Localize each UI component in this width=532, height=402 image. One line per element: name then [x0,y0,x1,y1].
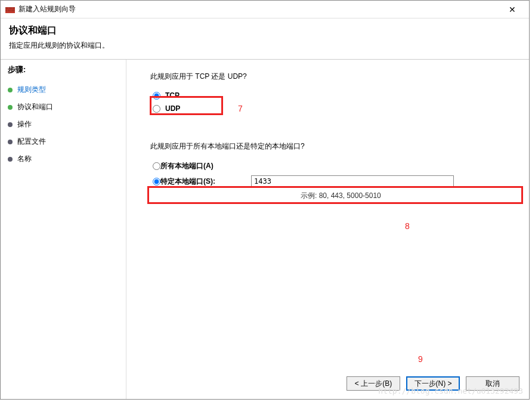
back-button[interactable]: < 上一步(B) [347,376,400,391]
port-question: 此规则应用于所有本地端口还是特定的本地端口? [150,141,511,151]
step-label: 协议和端口 [17,102,53,112]
protocol-group: 此规则应用于 TCP 还是 UDP? TCP UDP [150,72,511,114]
svg-rect-4 [5,10,7,11]
step-rule-type[interactable]: 规则类型 [8,81,118,98]
protocol-question: 此规则应用于 TCP 还是 UDP? [150,72,511,82]
bullet-icon [8,140,13,144]
steps-title: 步骤: [8,64,118,75]
bullet-icon [8,157,13,162]
svg-rect-1 [5,7,8,9]
step-protocol-port[interactable]: 协议和端口 [8,98,118,116]
annotation-8: 8 [405,221,410,231]
firewall-icon [5,5,15,14]
udp-radio[interactable] [153,105,160,113]
annotation-7: 7 [238,104,243,113]
titlebar: 新建入站规则向导 ✕ [1,1,529,18]
svg-rect-5 [8,10,11,11]
content: 步骤: 规则类型 协议和端口 操作 配置文件 [1,60,529,399]
cancel-button[interactable]: 取消 [466,376,519,391]
page-title: 协议和端口 [9,24,521,37]
svg-rect-6 [11,10,15,11]
bullet-icon [8,105,13,110]
step-label: 配置文件 [17,137,46,147]
step-list: 规则类型 协议和端口 操作 配置文件 名称 [8,81,118,168]
main-panel: 此规则应用于 TCP 还是 UDP? TCP UDP 此规则应用于所有本地端口还… [126,60,529,399]
tcp-radio-row[interactable]: TCP [150,90,511,101]
wizard-window: 新建入站规则向导 ✕ 协议和端口 指定应用此规则的协议和端口。 步骤: 规则类型… [0,0,530,400]
sidebar: 步骤: 规则类型 协议和端口 操作 配置文件 [1,60,126,399]
step-label: 操作 [17,119,32,129]
tcp-radio[interactable] [153,92,160,100]
button-bar: < 上一步(B) 下一步(N) > 取消 [347,376,519,391]
port-example: 示例: 80, 443, 5000-5010 [301,191,511,201]
port-input[interactable] [251,175,454,187]
step-profile[interactable]: 配置文件 [8,133,118,150]
specific-ports-radio[interactable] [153,178,160,185]
window-title: 新建入站规则向导 [18,4,500,14]
tcp-label: TCP [165,91,180,100]
svg-rect-3 [13,7,15,9]
specific-ports-row[interactable]: 特定本地端口(S): [150,174,511,188]
bullet-icon [8,122,13,127]
page-subtitle: 指定应用此规则的协议和端口。 [9,41,521,51]
step-action[interactable]: 操作 [8,116,118,133]
svg-rect-2 [9,7,12,9]
all-ports-row[interactable]: 所有本地端口(A) [150,160,511,172]
udp-radio-row[interactable]: UDP [150,103,511,114]
udp-label: UDP [165,104,180,113]
header: 协议和端口 指定应用此规则的协议和端口。 [1,18,529,59]
bullet-icon [8,88,13,92]
step-label: 规则类型 [17,85,46,95]
all-ports-label: 所有本地端口(A) [160,161,214,171]
port-group: 此规则应用于所有本地端口还是特定的本地端口? 所有本地端口(A) 特定本地端口(… [150,141,511,201]
all-ports-radio[interactable] [153,162,160,170]
annotation-9: 9 [418,354,423,364]
next-button[interactable]: 下一步(N) > [406,376,460,391]
step-label: 名称 [17,154,32,164]
specific-ports-label: 特定本地端口(S): [160,177,215,187]
step-name[interactable]: 名称 [8,150,118,168]
close-button[interactable]: ✕ [500,1,524,18]
